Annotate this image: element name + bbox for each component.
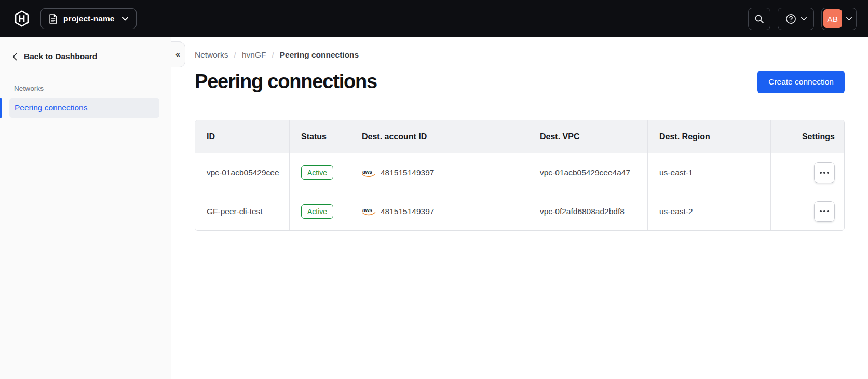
table-row: GF-peer-cli-test Active aws xyxy=(195,192,845,230)
column-header-dest-account-id: Dest. account ID xyxy=(350,120,528,153)
peering-connections-table: ID Status Dest. account ID Dest. VPC Des… xyxy=(195,120,845,231)
svg-text:aws: aws xyxy=(362,207,372,213)
project-switcher-label: project-name xyxy=(63,14,115,23)
sidebar-section-networks: Networks xyxy=(14,85,171,92)
cell-settings xyxy=(770,192,845,230)
active-indicator xyxy=(0,98,2,118)
breadcrumb-separator: / xyxy=(272,50,274,60)
breadcrumb-hvn[interactable]: hvnGF xyxy=(242,50,266,60)
search-icon xyxy=(754,14,764,24)
create-connection-button[interactable]: Create connection xyxy=(757,71,845,93)
aws-icon: aws xyxy=(362,169,376,177)
column-header-id: ID xyxy=(195,120,289,153)
main-content: Networks / hvnGF / Peering connections P… xyxy=(171,37,868,231)
sidebar: Back to Dashboard Networks Peering conne… xyxy=(0,37,171,379)
chevron-down-icon xyxy=(846,17,852,21)
status-badge: Active xyxy=(301,165,333,180)
table-header-row: ID Status Dest. account ID Dest. VPC Des… xyxy=(195,120,845,153)
cell-dest-account-id: aws 481515149397 xyxy=(350,153,528,192)
search-button[interactable] xyxy=(748,8,770,30)
status-badge: Active xyxy=(301,204,333,219)
cell-dest-vpc: vpc-01acb05429cee4a47 xyxy=(528,153,647,192)
cell-dest-vpc: vpc-0f2afd6808ad2bdf8 xyxy=(528,192,647,230)
chevron-left-icon xyxy=(12,53,17,61)
nav-right-group: AB xyxy=(748,8,857,30)
cell-status: Active xyxy=(289,192,350,230)
aws-icon: aws xyxy=(362,207,376,216)
cell-dest-account-id: aws 481515149397 xyxy=(350,192,528,230)
table-row: vpc-01acb05429cee Active aws xyxy=(195,153,845,192)
sidebar-item-peering-connections[interactable]: Peering connections xyxy=(9,98,159,118)
cell-settings xyxy=(770,153,845,192)
breadcrumb: Networks / hvnGF / Peering connections xyxy=(195,50,845,60)
help-icon xyxy=(785,13,796,24)
chevron-down-icon xyxy=(801,17,807,21)
chevron-down-icon xyxy=(122,17,128,21)
hashicorp-logo[interactable] xyxy=(14,10,30,27)
collapse-chevrons-icon: « xyxy=(175,50,180,59)
dest-account-id-value: 481515149397 xyxy=(381,207,434,216)
column-header-status: Status xyxy=(289,120,350,153)
column-header-settings: Settings xyxy=(770,120,845,153)
column-header-dest-region: Dest. Region xyxy=(647,120,770,153)
back-to-dashboard-link[interactable]: Back to Dashboard xyxy=(12,52,171,61)
back-to-dashboard-label: Back to Dashboard xyxy=(24,52,97,61)
hashicorp-logo-icon xyxy=(14,10,30,27)
svg-text:aws: aws xyxy=(362,169,372,175)
avatar: AB xyxy=(823,9,842,28)
breadcrumb-separator: / xyxy=(234,50,236,60)
sidebar-item-label: Peering connections xyxy=(15,103,87,113)
cell-dest-region: us-east-2 xyxy=(647,192,770,230)
dest-account-id-value: 481515149397 xyxy=(381,168,434,177)
breadcrumb-current: Peering connections xyxy=(280,50,359,60)
row-settings-menu-button[interactable] xyxy=(814,201,835,222)
page-title: Peering connections xyxy=(195,71,377,93)
sidebar-collapse-button[interactable]: « xyxy=(171,41,185,67)
top-nav: project-name xyxy=(0,0,868,37)
cell-status: Active xyxy=(289,153,350,192)
cell-dest-region: us-east-1 xyxy=(647,153,770,192)
help-menu-button[interactable] xyxy=(778,8,814,30)
cell-id: vpc-01acb05429cee xyxy=(195,153,289,192)
breadcrumb-networks[interactable]: Networks xyxy=(195,50,228,60)
column-header-dest-vpc: Dest. VPC xyxy=(528,120,647,153)
user-menu-button[interactable]: AB xyxy=(821,8,857,30)
page-header: Peering connections Create connection xyxy=(195,71,845,93)
cell-id: GF-peer-cli-test xyxy=(195,192,289,230)
project-switcher[interactable]: project-name xyxy=(40,8,137,29)
row-settings-menu-button[interactable] xyxy=(814,162,835,183)
document-icon xyxy=(49,14,58,24)
